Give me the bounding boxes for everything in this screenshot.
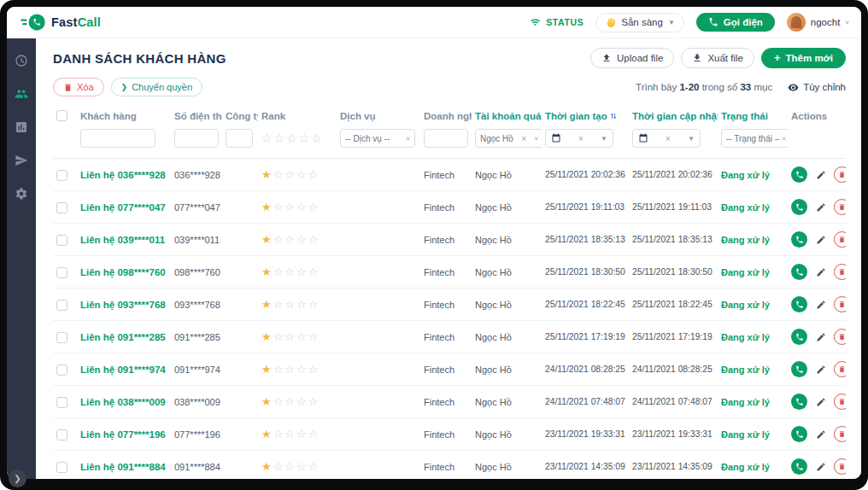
row-checkbox[interactable] — [56, 397, 67, 408]
business-filter-input[interactable] — [424, 129, 468, 148]
header-status[interactable]: Trạng thái — [718, 105, 788, 127]
customize-button[interactable]: Tùy chỉnh — [788, 82, 846, 93]
row-checkbox[interactable] — [56, 365, 67, 376]
delete-action-icon[interactable] — [834, 329, 846, 345]
header-phone[interactable]: Số điện thoại — [171, 105, 222, 127]
row-checkbox[interactable] — [56, 202, 67, 213]
user-menu[interactable]: ngocht ˅ — [787, 13, 849, 32]
sidebar-item-reports[interactable] — [15, 120, 28, 134]
delete-action-icon[interactable] — [834, 361, 846, 377]
call-action-icon[interactable] — [791, 361, 807, 377]
edit-action-icon[interactable] — [812, 426, 829, 442]
delete-action-icon[interactable] — [834, 394, 846, 410]
call-action-icon[interactable] — [791, 296, 807, 312]
select-all-checkbox[interactable] — [56, 110, 67, 121]
sidebar-item-campaigns[interactable] — [15, 154, 28, 167]
call-action-icon[interactable] — [791, 458, 807, 475]
delete-action-icon[interactable] — [834, 231, 846, 248]
rank-stars[interactable]: ★☆☆☆☆ — [258, 386, 337, 418]
row-checkbox[interactable] — [56, 267, 67, 278]
edit-action-icon[interactable] — [812, 458, 829, 475]
customer-link[interactable]: Liên hệ 077****047 — [80, 202, 166, 213]
agent-status-select[interactable]: Sẵn sàng ▼ — [595, 13, 684, 32]
service-filter-select[interactable]: -- Dịch vụ --˅ — [340, 129, 415, 148]
edit-action-icon[interactable] — [812, 231, 829, 248]
edit-action-icon[interactable] — [812, 394, 829, 410]
header-service[interactable]: Dịch vụ — [337, 105, 420, 127]
rank-stars[interactable]: ★☆☆☆☆ — [258, 191, 337, 224]
star-icon[interactable]: ☆☆☆☆☆ — [261, 131, 324, 145]
customer-link[interactable]: Liên hệ 091****285 — [80, 332, 166, 342]
delete-button[interactable]: Xóa — [53, 78, 104, 96]
call-action-icon[interactable] — [791, 329, 807, 345]
clear-icon[interactable]: × — [578, 134, 584, 143]
rank-stars[interactable]: ★☆☆☆☆ — [258, 321, 337, 353]
row-checkbox[interactable] — [56, 429, 67, 440]
add-new-button[interactable]: + Thêm mới — [761, 48, 846, 68]
header-account[interactable]: Tài khoản quản lý — [472, 105, 542, 127]
delete-action-icon[interactable] — [834, 426, 846, 442]
account-filter-select[interactable]: Ngọc Hồ×˅ — [475, 129, 542, 148]
row-checkbox[interactable] — [56, 462, 67, 473]
rank-stars[interactable]: ★☆☆☆☆ — [258, 418, 337, 451]
row-checkbox[interactable] — [56, 300, 67, 311]
call-button[interactable]: Gọi điện — [696, 13, 775, 32]
rank-stars[interactable]: ★☆☆☆☆ — [258, 256, 337, 289]
export-file-button[interactable]: Xuất file — [681, 48, 754, 68]
delete-action-icon[interactable] — [834, 166, 846, 183]
updated-date-filter[interactable]: ×▼ — [632, 129, 701, 148]
call-action-icon[interactable] — [791, 199, 807, 215]
clear-icon[interactable]: × — [521, 134, 526, 143]
edit-action-icon[interactable] — [812, 199, 829, 215]
created-date-filter[interactable]: ×▼ — [545, 129, 613, 148]
row-checkbox[interactable] — [56, 235, 67, 246]
customer-link[interactable]: Liên hệ 038****009 — [80, 397, 166, 407]
call-action-icon[interactable] — [791, 231, 807, 248]
delete-action-icon[interactable] — [834, 199, 846, 215]
customer-link[interactable]: Liên hệ 093****768 — [80, 300, 166, 310]
delete-action-icon[interactable] — [834, 264, 846, 280]
customer-link[interactable]: Liên hệ 091****974 — [80, 365, 166, 375]
header-company[interactable]: Công ty — [222, 105, 258, 127]
header-business[interactable]: Doanh nghiệp — [420, 105, 472, 127]
customer-link[interactable]: Liên hệ 098****760 — [80, 267, 166, 277]
call-action-icon[interactable] — [791, 394, 807, 410]
call-action-icon[interactable] — [791, 166, 807, 183]
sidebar-item-settings[interactable] — [15, 187, 28, 201]
sort-icon[interactable] — [609, 112, 618, 120]
row-checkbox[interactable] — [56, 170, 67, 181]
rank-stars[interactable]: ★☆☆☆☆ — [258, 451, 337, 479]
phone-filter-input[interactable] — [174, 129, 219, 148]
call-action-icon[interactable] — [791, 426, 807, 442]
header-customer[interactable]: Khách hàng — [77, 105, 171, 127]
customer-link[interactable]: Liên hệ 077****196 — [80, 429, 166, 440]
sidebar-item-customers[interactable] — [15, 87, 28, 101]
customer-link[interactable]: Liên hệ 036****928 — [80, 170, 166, 180]
header-rank[interactable]: Rank — [258, 105, 337, 127]
row-checkbox[interactable] — [56, 332, 67, 343]
delete-action-icon[interactable] — [834, 296, 846, 312]
edit-action-icon[interactable] — [812, 329, 829, 345]
rank-filter[interactable]: ☆☆☆☆☆ — [258, 127, 337, 159]
edit-action-icon[interactable] — [812, 264, 829, 280]
rank-stars[interactable]: ★☆☆☆☆ — [258, 289, 337, 321]
rank-stars[interactable]: ★☆☆☆☆ — [258, 224, 337, 256]
upload-file-button[interactable]: Upload file — [590, 48, 674, 68]
rank-stars[interactable]: ★☆☆☆☆ — [258, 159, 337, 191]
delete-action-icon[interactable] — [834, 458, 846, 475]
edit-action-icon[interactable] — [812, 166, 829, 183]
header-created[interactable]: Thời gian tạo — [542, 105, 629, 127]
clear-icon[interactable]: × — [666, 134, 671, 143]
sidebar-collapse-button[interactable]: ❯ — [9, 470, 26, 487]
call-action-icon[interactable] — [791, 264, 807, 280]
status-filter-select[interactable]: -- Trạng thái --˅ — [721, 129, 788, 148]
edit-action-icon[interactable] — [812, 296, 829, 312]
customer-link[interactable]: Liên hệ 091****884 — [80, 462, 166, 472]
company-filter-input[interactable] — [226, 129, 253, 148]
rank-stars[interactable]: ★☆☆☆☆ — [258, 353, 337, 386]
edit-action-icon[interactable] — [812, 361, 829, 377]
header-updated[interactable]: Thời gian cập nhật — [629, 105, 718, 127]
customer-filter-input[interactable] — [80, 129, 155, 148]
sidebar-item-dashboard[interactable] — [15, 54, 28, 67]
customer-link[interactable]: Liên hệ 039****011 — [80, 235, 165, 245]
